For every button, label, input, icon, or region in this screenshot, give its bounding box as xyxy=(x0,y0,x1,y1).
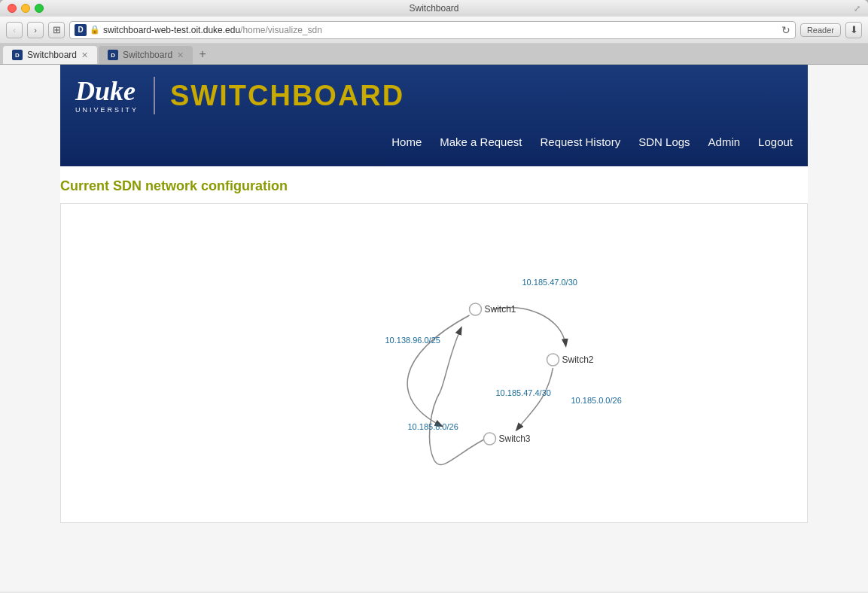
forward-button[interactable]: › xyxy=(27,22,44,38)
tab-active[interactable]: D Switchboard ✕ xyxy=(3,46,97,64)
nav-admin[interactable]: Admin xyxy=(708,135,741,148)
title-bar: Switchboard ⤢ xyxy=(0,0,868,17)
address-host: switchboard-web-test.oit.duke.edu xyxy=(103,25,240,35)
network-diagram: Switch1 Switch2 Switch3 10.185.47.0/30 1… xyxy=(60,203,808,523)
address-bar[interactable]: D 🔒 switchboard-web-test.oit.duke.edu/ho… xyxy=(69,21,796,39)
logo-divider xyxy=(154,77,155,114)
close-button[interactable] xyxy=(8,4,17,13)
back-button[interactable]: ‹ xyxy=(6,22,23,38)
refresh-button[interactable]: ↻ xyxy=(781,24,790,36)
tab-close-inactive[interactable]: ✕ xyxy=(177,50,184,60)
site-nav: Home Make a Request Request History SDN … xyxy=(75,129,793,154)
label-switch2: Switch2 xyxy=(562,354,594,365)
download-button[interactable]: ⬇ xyxy=(845,22,862,38)
tab-close-active[interactable]: ✕ xyxy=(81,50,88,60)
site-favicon: D xyxy=(75,24,87,36)
tab-inactive[interactable]: D Switchboard ✕ xyxy=(99,46,193,64)
nav-logout[interactable]: Logout xyxy=(758,135,793,148)
subnet-label-2: 10.138.96.0/25 xyxy=(385,336,440,345)
new-tab-button[interactable]: + xyxy=(194,46,211,62)
browser-toolbar: ‹ › ⊞ D 🔒 switchboard-web-test.oit.duke.… xyxy=(0,17,868,44)
tab-label-inactive: Switchboard xyxy=(123,50,172,60)
tab-label-active: Switchboard xyxy=(27,50,77,60)
network-svg: Switch1 Switch2 Switch3 10.185.47.0/30 1… xyxy=(61,204,807,520)
main-content: Current SDN network configuration xyxy=(60,166,808,523)
reader-button[interactable]: Reader xyxy=(800,23,841,37)
nav-request-history[interactable]: Request History xyxy=(540,135,620,148)
subnet-label-1: 10.185.47.0/30 xyxy=(522,278,577,287)
lock-icon: 🔒 xyxy=(90,25,100,35)
subnet-label-4: 10.185.0.0/26 xyxy=(571,396,622,405)
edge-switch1-switch3 xyxy=(407,315,469,426)
app-title: SWITCHBOARD xyxy=(170,80,404,112)
resize-icon[interactable]: ⤢ xyxy=(854,4,860,14)
node-switch1 xyxy=(470,303,482,315)
subnet-label-3: 10.185.47.4/30 xyxy=(496,388,551,397)
traffic-lights xyxy=(8,4,44,13)
node-switch3 xyxy=(484,433,496,445)
new-page-button[interactable]: ⊞ xyxy=(48,22,65,38)
tab-favicon-inactive: D xyxy=(108,50,118,60)
page-content: Duke UNIVERSITY SWITCHBOARD Home Make a … xyxy=(0,65,868,591)
tab-bar: D Switchboard ✕ D Switchboard ✕ + xyxy=(0,44,868,65)
address-text: switchboard-web-test.oit.duke.edu/home/v… xyxy=(103,25,778,35)
nav-home[interactable]: Home xyxy=(391,135,422,148)
duke-logo: Duke UNIVERSITY xyxy=(75,78,139,114)
nav-sdn-logs[interactable]: SDN Logs xyxy=(638,135,690,148)
label-switch1: Switch1 xyxy=(485,304,516,315)
maximize-button[interactable] xyxy=(35,4,44,13)
duke-subtitle: UNIVERSITY xyxy=(75,106,139,114)
subnet-label-5: 10.185.8.0/26 xyxy=(408,422,458,431)
edge-switch2-switch3 xyxy=(517,368,553,430)
window-title: Switchboard xyxy=(409,3,458,14)
duke-logo-text: Duke xyxy=(75,78,139,105)
edge-switch3-switch1 xyxy=(430,328,492,465)
page-heading: Current SDN network configuration xyxy=(60,166,808,203)
browser-window: Switchboard ⤢ ‹ › ⊞ D 🔒 switchboard-web-… xyxy=(0,0,868,593)
address-path: /home/visualize_sdn xyxy=(240,25,322,35)
logo-section: Duke UNIVERSITY SWITCHBOARD xyxy=(75,77,793,114)
site-header: Duke UNIVERSITY SWITCHBOARD Home Make a … xyxy=(60,65,808,166)
node-switch2 xyxy=(547,354,559,366)
nav-make-request[interactable]: Make a Request xyxy=(440,135,522,148)
label-switch3: Switch3 xyxy=(499,433,531,444)
minimize-button[interactable] xyxy=(21,4,30,13)
tab-favicon-active: D xyxy=(12,50,23,60)
